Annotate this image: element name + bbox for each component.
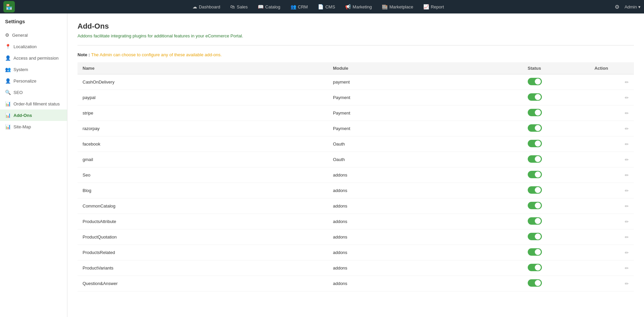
edit-icon[interactable]: ✏ xyxy=(625,95,629,100)
addons-table: Name Module Status Action CashOnDelivery… xyxy=(78,62,634,291)
addon-action: ✏ xyxy=(589,260,634,276)
addon-module: addons xyxy=(328,260,523,276)
addon-status xyxy=(523,136,589,152)
addon-action: ✏ xyxy=(589,214,634,229)
divider xyxy=(78,45,634,45)
toggle-switch[interactable] xyxy=(528,140,542,147)
toggle-switch[interactable] xyxy=(528,171,542,178)
sidebar-item-seo[interactable]: 🔍 SEO xyxy=(0,87,67,98)
addon-action: ✏ xyxy=(589,229,634,245)
table-header: Name Module Status Action xyxy=(78,62,634,74)
toggle-switch[interactable] xyxy=(528,93,542,101)
toggle-switch[interactable] xyxy=(528,279,542,287)
addon-status xyxy=(523,214,589,229)
sidebar-item-access[interactable]: 👤 Access and permission xyxy=(0,52,67,64)
addon-status xyxy=(523,121,589,136)
toggle-switch[interactable] xyxy=(528,78,542,85)
table-row: stripePayment✏ xyxy=(78,105,634,121)
table-row: ProductQuotationaddons✏ xyxy=(78,229,634,245)
addon-module: addons xyxy=(328,167,523,183)
col-header-name: Name xyxy=(78,62,328,74)
edit-icon[interactable]: ✏ xyxy=(625,234,629,240)
sidebar-item-order-status[interactable]: 📊 Order-full fillment status xyxy=(0,98,67,109)
sidebar-item-general[interactable]: ⚙ General xyxy=(0,29,67,41)
sidebar-label-localization: Localization xyxy=(13,44,37,49)
edit-icon[interactable]: ✏ xyxy=(625,172,629,178)
access-icon: 👤 xyxy=(5,55,11,61)
edit-icon[interactable]: ✏ xyxy=(625,281,629,286)
edit-icon[interactable]: ✏ xyxy=(625,203,629,209)
toggle-switch[interactable] xyxy=(528,109,542,116)
addon-status xyxy=(523,90,589,105)
sidebar-item-add-ons[interactable]: 📊 Add-Ons xyxy=(0,109,67,121)
sidebar-item-site-map[interactable]: 📊 Site-Map xyxy=(0,121,67,132)
nav-item-marketing[interactable]: 📢 Marketing xyxy=(345,4,372,9)
sidebar-label-site-map: Site-Map xyxy=(13,124,31,129)
addon-status xyxy=(523,152,589,167)
edit-icon[interactable]: ✏ xyxy=(625,219,629,224)
addon-module: addons xyxy=(328,245,523,260)
admin-button[interactable]: Admin ▾ xyxy=(624,4,641,9)
sidebar: Settings ⚙ General 📍 Localization 👤 Acce… xyxy=(0,13,67,317)
toggle-switch[interactable] xyxy=(528,233,542,240)
addon-action: ✏ xyxy=(589,136,634,152)
edit-icon[interactable]: ✏ xyxy=(625,110,629,116)
nav-item-cms[interactable]: 📄 CMS xyxy=(318,4,335,9)
toggle-switch[interactable] xyxy=(528,155,542,163)
nav-item-dashboard[interactable]: ☁ Dashboard xyxy=(192,4,220,9)
personalize-icon: 👤 xyxy=(5,78,11,84)
edit-icon[interactable]: ✏ xyxy=(625,188,629,193)
nav-label-marketing: Marketing xyxy=(352,4,372,9)
edit-icon[interactable]: ✏ xyxy=(625,141,629,147)
nav-item-report[interactable]: 📈 Report xyxy=(423,4,444,9)
nav-item-crm[interactable]: 👥 CRM xyxy=(290,4,308,9)
page-layout: Settings ⚙ General 📍 Localization 👤 Acce… xyxy=(0,13,644,317)
addon-name: ProductsAttribute xyxy=(78,214,328,229)
top-nav: 🏪 ☁ Dashboard 🛍 Sales 📖 Catalog 👥 CRM 📄 … xyxy=(0,0,644,13)
addon-name: stripe xyxy=(78,105,328,121)
addon-module: Oauth xyxy=(328,152,523,167)
sidebar-item-personalize[interactable]: 👤 Personalize xyxy=(0,75,67,87)
edit-icon[interactable]: ✏ xyxy=(625,265,629,271)
toggle-switch[interactable] xyxy=(528,202,542,209)
admin-label: Admin xyxy=(624,4,637,9)
addon-name: facebook xyxy=(78,136,328,152)
edit-icon[interactable]: ✏ xyxy=(625,126,629,131)
addon-module: Payment xyxy=(328,90,523,105)
addon-status xyxy=(523,260,589,276)
nav-item-marketplace[interactable]: 🏬 Marketplace xyxy=(382,4,413,9)
addon-status xyxy=(523,183,589,198)
sidebar-label-add-ons: Add-Ons xyxy=(13,113,32,118)
edit-icon[interactable]: ✏ xyxy=(625,250,629,255)
toggle-switch[interactable] xyxy=(528,124,542,132)
toggle-switch[interactable] xyxy=(528,186,542,194)
toggle-switch[interactable] xyxy=(528,264,542,271)
addon-name: Seo xyxy=(78,167,328,183)
addon-action: ✏ xyxy=(589,276,634,291)
localization-icon: 📍 xyxy=(5,44,11,49)
sidebar-item-system[interactable]: 👥 System xyxy=(0,64,67,75)
site-map-icon: 📊 xyxy=(5,124,11,129)
edit-icon[interactable]: ✏ xyxy=(625,157,629,162)
table-row: ProductsRelatedaddons✏ xyxy=(78,245,634,260)
addon-module: addons xyxy=(328,183,523,198)
system-icon: 👥 xyxy=(5,67,11,72)
marketing-icon: 📢 xyxy=(345,4,351,9)
addon-name: ProductVariants xyxy=(78,260,328,276)
sidebar-item-localization[interactable]: 📍 Localization xyxy=(0,41,67,52)
col-header-status: Status xyxy=(523,62,589,74)
note-text: The Admin can choose to configure any of… xyxy=(91,52,221,57)
sidebar-label-access: Access and permission xyxy=(13,56,59,61)
table-row: ProductsAttributeaddons✏ xyxy=(78,214,634,229)
toggle-switch[interactable] xyxy=(528,248,542,256)
table-row: razorpayPayment✏ xyxy=(78,121,634,136)
addon-action: ✏ xyxy=(589,121,634,136)
nav-item-sales[interactable]: 🛍 Sales xyxy=(230,4,248,9)
edit-icon[interactable]: ✏ xyxy=(625,80,629,85)
addon-action: ✏ xyxy=(589,74,634,90)
addon-name: CommonCatalog xyxy=(78,198,328,214)
nav-item-catalog[interactable]: 📖 Catalog xyxy=(258,4,280,9)
settings-icon[interactable]: ⚙ xyxy=(615,4,619,10)
toggle-switch[interactable] xyxy=(528,217,542,225)
nav-right: ⚙ Admin ▾ xyxy=(615,4,641,10)
